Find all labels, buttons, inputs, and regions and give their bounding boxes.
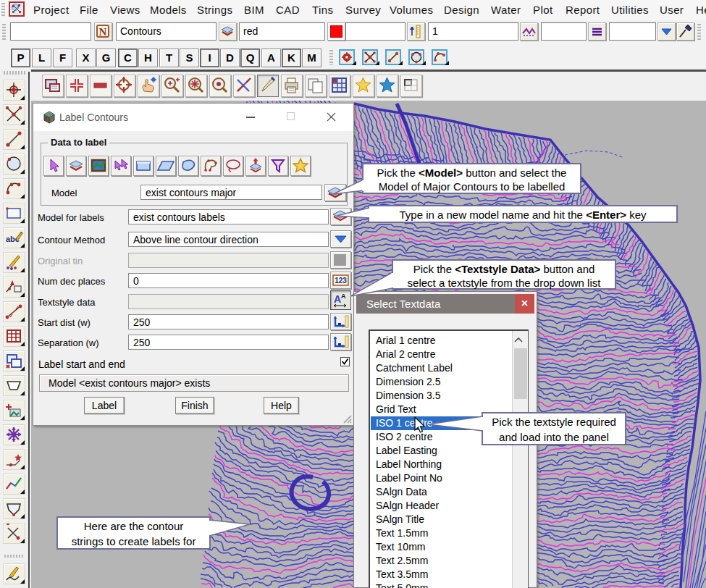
svg-text:A: A: [334, 293, 341, 305]
svg-text:z: z: [411, 25, 413, 31]
svg-text:12: 12: [46, 117, 51, 122]
svg-text:N: N: [99, 26, 107, 38]
svg-text:123: 123: [335, 277, 347, 285]
svg-text:A: A: [341, 293, 346, 300]
